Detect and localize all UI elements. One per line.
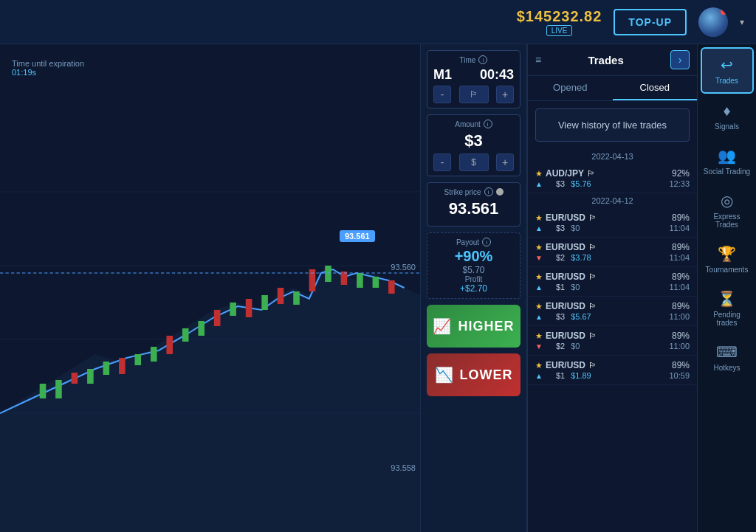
svg-rect-24	[341, 272, 348, 285]
balance-block: $145232.82 LIVE	[517, 8, 602, 36]
trade-pct: 89%	[672, 301, 690, 311]
sidebar-item-express-trades[interactable]: ◎ Express Trades	[701, 184, 754, 236]
higher-label: HIGHER	[458, 319, 514, 334]
pair-name: EUR/USD	[546, 301, 585, 311]
trade-profit: $0	[571, 342, 580, 350]
payout-info-icon[interactable]: i	[482, 238, 491, 246]
sidebar-item-trades[interactable]: ↩ Trades	[701, 47, 754, 94]
direction-icon: ▼	[535, 254, 543, 262]
trade-amount: $3	[556, 179, 565, 188]
trade-pct: 89%	[672, 360, 690, 370]
pair-name: EUR/USD	[546, 242, 585, 252]
flag-icon: 🏳	[588, 272, 597, 281]
flag-icon: 🏳	[588, 302, 597, 311]
main-layout: Time until expiration 01:19s 93.561 93.5…	[0, 44, 756, 532]
trade-pct: 89%	[672, 331, 690, 341]
view-history-box[interactable]: View history of live trades	[535, 108, 690, 142]
trades-next-button[interactable]: ›	[670, 50, 690, 69]
svg-rect-7	[72, 373, 78, 384]
trade-pct: 92%	[672, 168, 690, 179]
trade-pct: 89%	[672, 213, 690, 223]
flag-icon: 🏳	[587, 169, 595, 178]
topbar: $145232.82 LIVE TOP-UP ▾	[0, 0, 756, 44]
trades-tabs: Opened Closed	[528, 76, 697, 101]
trade-time: 11:04	[669, 224, 690, 232]
trade-item: ★ EUR/USD 🏳 ▼ $2 $3.78 89% 11:04	[528, 238, 697, 267]
star-icon: ★	[535, 361, 543, 370]
flag-icon: 🏳	[588, 331, 597, 340]
sidebar-item-hotkeys[interactable]: ⌨ Hotkeys	[701, 336, 754, 379]
control-panel: Time i M1 00:43 - 🏳 + Amount i $3 - $	[420, 44, 527, 532]
trades-list: View history of live trades 2022-04-13 ★…	[528, 101, 697, 532]
svg-rect-14	[182, 328, 189, 342]
tab-opened[interactable]: Opened	[528, 76, 613, 100]
svg-rect-16	[214, 310, 221, 326]
pair-name: EUR/USD	[546, 360, 585, 370]
avatar[interactable]	[698, 7, 728, 37]
svg-rect-25	[357, 273, 363, 288]
payout-percentage: +90%	[433, 248, 514, 265]
star-icon: ★	[535, 272, 543, 282]
lower-label: LOWER	[460, 367, 513, 383]
strike-section: Strike price i 93.561	[427, 182, 520, 227]
time-info-icon[interactable]: i	[478, 55, 487, 64]
currency-button[interactable]: $	[459, 153, 489, 171]
star-icon: ★	[535, 331, 543, 341]
countdown-value: 00:43	[480, 67, 514, 83]
trade-time: 10:59	[669, 371, 690, 380]
trade-amount: $1	[556, 283, 565, 291]
flag-icon: 🏳	[588, 361, 597, 370]
trade-amount: $2	[556, 253, 565, 262]
sidebar-item-label: Trades	[715, 77, 738, 85]
strike-info-icon[interactable]: i	[484, 187, 493, 196]
svg-rect-18	[246, 299, 252, 317]
sidebar-item-signals[interactable]: ♦ Signals	[701, 95, 754, 138]
sidebar-item-social-trading[interactable]: 👥 Social Trading	[701, 139, 754, 183]
direction-icon: ▲	[535, 372, 543, 380]
trade-profit: $0	[571, 224, 580, 232]
trade-item: ★ EUR/USD 🏳 ▲ $1 $0 89% 11:04	[528, 267, 697, 297]
sidebar-item-label: Social Trading	[704, 167, 750, 176]
sidebar-item-tournaments[interactable]: 🏆 Tournaments	[701, 238, 754, 281]
tournaments-icon: 🏆	[718, 245, 736, 263]
trades-date-2022-04-13: 2022-04-13	[528, 149, 697, 164]
payout-section: Payout i +90% $5.70 Profit +$2.70	[427, 232, 520, 299]
svg-rect-19	[261, 295, 268, 310]
social-trading-icon: 👥	[718, 147, 736, 165]
topup-button[interactable]: TOP-UP	[614, 9, 687, 35]
trades-panel: ≡ Trades › Opened Closed View history of…	[527, 44, 697, 532]
chart-svg	[0, 44, 420, 532]
time-minus-button[interactable]: -	[433, 86, 451, 103]
direction-icon: ▲	[535, 283, 543, 291]
lower-button[interactable]: 📉 LOWER	[427, 353, 520, 396]
trade-profit: $5.67	[571, 312, 591, 321]
direction-icon: ▲	[535, 224, 543, 232]
chevron-down-icon[interactable]: ▾	[740, 17, 744, 27]
balance-amount: $145232.82	[517, 8, 602, 25]
current-price-label: 93.561	[340, 230, 375, 242]
amount-plus-button[interactable]: +	[496, 153, 514, 171]
flag-icon: 🏳	[588, 243, 597, 252]
trade-profit: $0	[571, 283, 580, 291]
hotkeys-icon: ⌨	[716, 343, 738, 361]
time-flag-button[interactable]: 🏳	[459, 86, 489, 103]
svg-rect-8	[87, 369, 94, 384]
time-plus-button[interactable]: +	[496, 86, 514, 103]
sidebar-item-pending-trades[interactable]: ⏳ Pending trades	[701, 283, 754, 334]
svg-rect-11	[135, 354, 142, 365]
higher-button[interactable]: 📈 HIGHER	[427, 305, 520, 348]
right-sidebar: ↩ Trades ♦ Signals 👥 Social Trading ◎ Ex…	[697, 44, 756, 532]
trades-date-2022-04-12: 2022-04-12	[528, 193, 697, 208]
payout-label: Payout	[456, 238, 479, 246]
flag-icon: 🏳	[588, 213, 597, 222]
tab-closed[interactable]: Closed	[613, 76, 698, 100]
svg-rect-5	[40, 384, 47, 398]
trades-icon: ↩	[721, 56, 733, 74]
amount-info-icon[interactable]: i	[484, 120, 492, 128]
express-trades-icon: ◎	[721, 192, 733, 210]
trade-time: 12:33	[669, 179, 690, 188]
amount-minus-button[interactable]: -	[433, 153, 451, 171]
strike-label: Strike price	[444, 188, 481, 196]
trade-profit: $3.78	[571, 253, 591, 262]
signals-icon: ♦	[723, 103, 730, 120]
